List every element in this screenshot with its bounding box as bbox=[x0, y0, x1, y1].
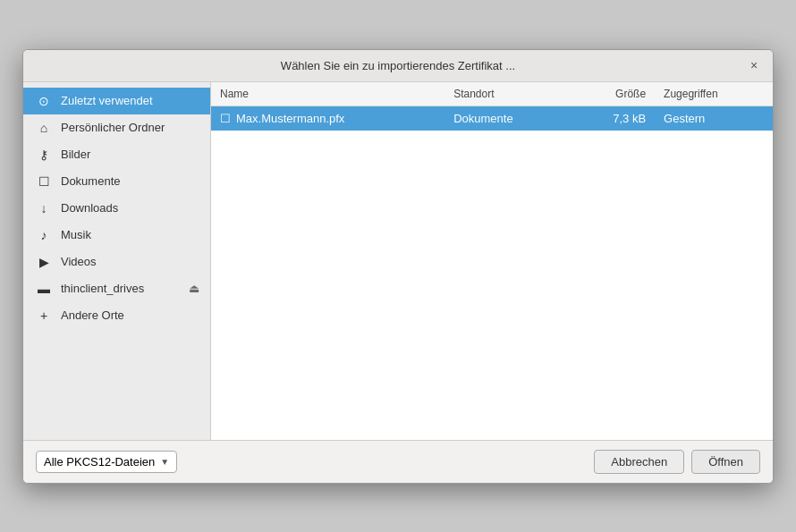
file-table: Name Standort Größe Zugegriffen ☐Max.Mus… bbox=[211, 82, 773, 131]
pictures-icon: ⚷ bbox=[36, 148, 52, 162]
file-area: Name Standort Größe Zugegriffen ☐Max.Mus… bbox=[211, 82, 773, 440]
col-header-location[interactable]: Standort bbox=[445, 82, 572, 106]
filter-label: Alle PKCS12-Dateien bbox=[44, 455, 155, 469]
sidebar-item-videos[interactable]: ▶Videos bbox=[23, 249, 210, 275]
content-area: ⊙Zuletzt verwendet⌂Persönlicher Ordner⚷B… bbox=[23, 82, 773, 440]
close-button[interactable]: × bbox=[744, 55, 764, 75]
sidebar-item-personal[interactable]: ⌂Persönlicher Ordner bbox=[23, 114, 210, 141]
open-button[interactable]: Öffnen bbox=[691, 450, 760, 474]
cancel-button[interactable]: Abbrechen bbox=[594, 450, 684, 474]
videos-icon: ▶ bbox=[36, 255, 52, 269]
music-icon: ♪ bbox=[36, 228, 52, 242]
sidebar-item-other[interactable]: +Andere Orte bbox=[23, 302, 210, 329]
titlebar: Wählen Sie ein zu importierendes Zertifi… bbox=[23, 50, 773, 82]
dialog: Wählen Sie ein zu importierendes Zertifi… bbox=[22, 49, 774, 484]
table-row[interactable]: ☐Max.Mustermann.pfxDokumente7,3 kBGester… bbox=[211, 106, 773, 131]
bottom-bar: Alle PKCS12-Dateien ▼ Abbrechen Öffnen bbox=[23, 440, 773, 483]
sidebar-item-documents[interactable]: ☐Dokumente bbox=[23, 168, 210, 195]
file-size: 7,3 kB bbox=[572, 106, 655, 131]
col-header-size[interactable]: Größe bbox=[572, 82, 655, 106]
documents-icon: ☐ bbox=[36, 174, 52, 189]
other-icon: + bbox=[36, 308, 52, 323]
sidebar-item-downloads[interactable]: ↓Downloads bbox=[23, 195, 210, 222]
other-label: Andere Orte bbox=[61, 308, 124, 322]
col-header-name[interactable]: Name bbox=[211, 82, 445, 106]
col-header-accessed[interactable]: Zugegriffen bbox=[655, 82, 773, 106]
documents-label: Dokumente bbox=[61, 174, 120, 188]
file-accessed: Gestern bbox=[655, 106, 773, 131]
sidebar: ⊙Zuletzt verwendet⌂Persönlicher Ordner⚷B… bbox=[23, 82, 211, 440]
videos-label: Videos bbox=[61, 255, 97, 268]
sidebar-item-pictures[interactable]: ⚷Bilder bbox=[23, 141, 210, 168]
sidebar-item-recent[interactable]: ⊙Zuletzt verwendet bbox=[23, 88, 210, 114]
table-header-row: Name Standort Größe Zugegriffen bbox=[211, 82, 773, 106]
filter-dropdown[interactable]: Alle PKCS12-Dateien ▼ bbox=[36, 451, 177, 473]
thinclient-label: thinclient_drives bbox=[61, 282, 144, 295]
downloads-label: Downloads bbox=[61, 201, 118, 215]
sidebar-item-music[interactable]: ♪Musik bbox=[23, 222, 210, 249]
pictures-label: Bilder bbox=[61, 148, 90, 161]
dropdown-arrow-icon: ▼ bbox=[160, 457, 169, 467]
music-label: Musik bbox=[61, 228, 91, 241]
downloads-icon: ↓ bbox=[36, 201, 52, 215]
dialog-title: Wählen Sie ein zu importierendes Zertifi… bbox=[281, 59, 515, 72]
sidebar-item-thinclient[interactable]: ▬thinclient_drives⏏ bbox=[23, 275, 210, 302]
file-icon: ☐ bbox=[220, 112, 231, 125]
file-location: Dokumente bbox=[445, 106, 572, 131]
recent-label: Zuletzt verwendet bbox=[61, 94, 153, 107]
file-name: ☐Max.Mustermann.pfx bbox=[211, 106, 445, 131]
eject-button-thinclient[interactable]: ⏏ bbox=[189, 282, 199, 295]
personal-label: Persönlicher Ordner bbox=[61, 121, 165, 134]
recent-icon: ⊙ bbox=[36, 94, 52, 108]
personal-icon: ⌂ bbox=[36, 121, 52, 135]
thinclient-icon: ▬ bbox=[36, 282, 52, 296]
